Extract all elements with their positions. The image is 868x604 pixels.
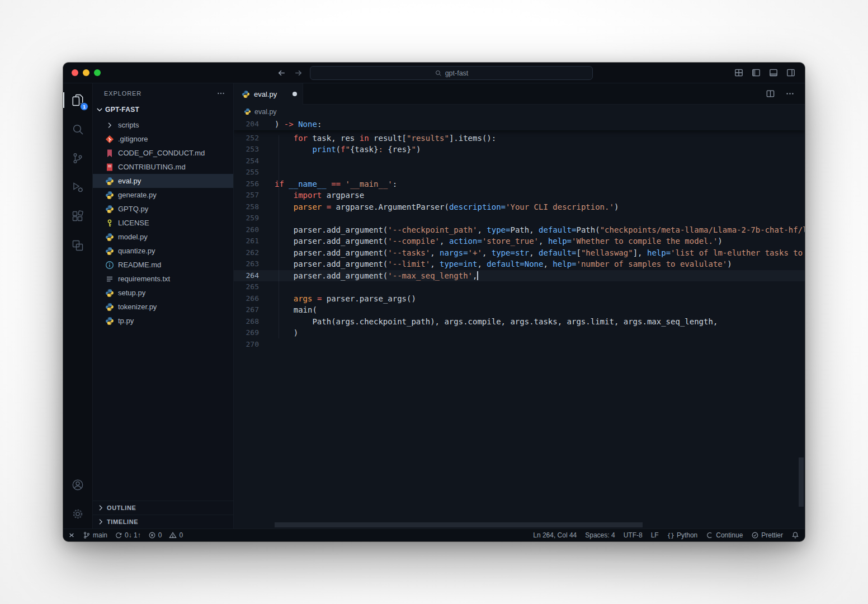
split-editor-icon[interactable] [766, 89, 775, 98]
file-row-setup.py[interactable]: setup.py [93, 286, 233, 300]
file-row-CODE_OF_CONDUCT.md[interactable]: CODE_OF_CONDUCT.md [93, 146, 233, 160]
horizontal-scrollbar[interactable] [275, 522, 643, 527]
code-line-252[interactable]: 252 for task, res in result["results"].i… [234, 133, 805, 144]
file-row-GPTQ.py[interactable]: GPTQ.py [93, 202, 233, 216]
code-line-268[interactable]: 268 Path(args.checkpoint_path), args.com… [234, 316, 805, 328]
activity-extensions[interactable] [63, 202, 92, 231]
file-row-model.py[interactable]: model.py [93, 230, 233, 244]
file-row-README.md[interactable]: README.md [93, 258, 233, 272]
code-line-258[interactable]: 258 parser = argparse.ArgumentParser(des… [234, 201, 805, 213]
search-text: gpt-fast [445, 69, 469, 77]
back-icon[interactable] [277, 68, 286, 78]
status-problems-warnings[interactable]: 0 [169, 531, 183, 539]
file-row-.gitignore[interactable]: .gitignore [93, 132, 233, 146]
activity-settings[interactable] [63, 499, 92, 528]
file-row-scripts[interactable]: scripts [93, 118, 233, 132]
file-label: LICENSE [118, 219, 149, 227]
code-line-259[interactable]: 259 [234, 213, 805, 224]
activity-accounts[interactable] [63, 470, 92, 499]
status-prettier[interactable]: Prettier [751, 531, 783, 539]
code-editor[interactable]: 204) -> None: 252 for task, res in resul… [234, 119, 805, 528]
toggle-secondary-sidebar-icon[interactable] [786, 68, 796, 78]
code-line-269[interactable]: 269 ) [234, 327, 805, 339]
activity-explorer[interactable]: 1 [63, 86, 92, 115]
sidebar-spacer [93, 328, 233, 501]
code-line-263[interactable]: 263 parser.add_argument('--limit', type=… [234, 258, 805, 270]
line-number: 256 [234, 178, 275, 190]
code-line-265[interactable]: 265 [234, 281, 805, 293]
file-label: tokenizer.py [118, 303, 157, 311]
chevron-down-icon [95, 105, 104, 114]
file-label: model.py [118, 233, 148, 241]
code-line-255[interactable]: 255 [234, 167, 805, 178]
status-sync[interactable]: 0↓ 1↑ [115, 531, 141, 539]
status-encoding[interactable]: UTF-8 [624, 531, 643, 539]
status-problems-errors[interactable]: 0 [148, 531, 162, 539]
titlebar[interactable]: gpt-fast [63, 63, 805, 83]
toggle-panel-icon[interactable] [768, 68, 779, 78]
file-row-tp.py[interactable]: tp.py [93, 314, 233, 328]
status-cursor-position[interactable]: Ln 264, Col 44 [533, 531, 577, 539]
python-icon [105, 303, 114, 312]
activity-run-debug[interactable] [63, 173, 92, 202]
file-row-tokenizer.py[interactable]: tokenizer.py [93, 300, 233, 314]
file-row-generate.py[interactable]: generate.py [93, 188, 233, 202]
activity-search[interactable] [63, 115, 92, 144]
code-line-257[interactable]: 257 import argparse [234, 190, 805, 201]
code-line-256[interactable]: 256if __name__ == '__main__': [234, 178, 805, 190]
status-eol[interactable]: LF [651, 531, 659, 539]
activity-remote-explorer[interactable] [63, 231, 92, 260]
code-line-254[interactable]: 254 [234, 155, 805, 167]
warning-icon [169, 531, 177, 539]
file-row-eval.py[interactable]: eval.py [93, 174, 233, 188]
file-row-CONTRIBUTING.md[interactable]: CONTRIBUTING.md [93, 160, 233, 174]
tree-root-gpt-fast[interactable]: GPT-FAST [93, 103, 233, 116]
remote2-icon [71, 239, 84, 252]
customize-layout-icon[interactable] [734, 68, 744, 78]
modified-dot-icon[interactable] [293, 92, 297, 96]
breadcrumb[interactable]: eval.py [234, 105, 805, 119]
line-content: ) [275, 327, 805, 339]
code-line-261[interactable]: 261 parser.add_argument('--compile', act… [234, 235, 805, 247]
code-line-262[interactable]: 262 parser.add_argument('--tasks', nargs… [234, 247, 805, 259]
command-center-search[interactable]: gpt-fast [310, 66, 593, 80]
file-row-quantize.py[interactable]: quantize.py [93, 244, 233, 258]
close-button[interactable] [72, 69, 78, 76]
continue-icon [706, 531, 714, 539]
code-line-264[interactable]: 264 parser.add_argument('--max_seq_lengt… [234, 270, 805, 282]
code-line-253[interactable]: 253 print(f"{task}: {res}") [234, 144, 805, 155]
status-continue[interactable]: Continue [706, 531, 743, 539]
python-icon [105, 177, 114, 186]
file-row-requirements.txt[interactable]: requirements.txt [93, 272, 233, 286]
status-indentation[interactable]: Spaces: 4 [585, 531, 615, 539]
status-notifications[interactable] [791, 531, 799, 539]
titlebar-layout-controls [734, 68, 796, 78]
file-label: setup.py [118, 289, 145, 297]
tab-bar-actions [303, 83, 805, 105]
status-language[interactable]: {}Python [667, 531, 698, 539]
code-line-270[interactable]: 270 [234, 339, 805, 351]
sticky-scroll-line[interactable]: 204) -> None: [234, 119, 805, 130]
code-line-204[interactable]: 204) -> None: [234, 119, 805, 130]
extensions-icon [71, 210, 84, 223]
status-branch[interactable]: main [83, 531, 107, 539]
forward-icon[interactable] [294, 68, 303, 78]
status-remote[interactable] [68, 531, 76, 539]
traffic-lights [63, 69, 101, 76]
toggle-primary-sidebar-icon[interactable] [751, 68, 761, 78]
line-content: import argparse [275, 190, 805, 201]
section-outline[interactable]: OUTLINE [93, 501, 233, 515]
code-line-260[interactable]: 260 parser.add_argument('--checkpoint_pa… [234, 224, 805, 236]
code-line-266[interactable]: 266 args = parser.parse_args() [234, 293, 805, 305]
line-content [275, 213, 805, 224]
tab-eval-py[interactable]: eval.py [234, 83, 303, 105]
explorer-actions-icon[interactable] [216, 89, 225, 98]
code-line-267[interactable]: 267 main( [234, 304, 805, 316]
zoom-button[interactable] [94, 69, 101, 76]
editor-more-actions-icon[interactable] [785, 89, 795, 98]
minimize-button[interactable] [83, 69, 89, 76]
section-timeline[interactable]: TIMELINE [93, 515, 233, 528]
vertical-scrollbar[interactable] [799, 457, 804, 507]
activity-source-control[interactable] [63, 144, 92, 173]
file-row-LICENSE[interactable]: LICENSE [93, 216, 233, 230]
